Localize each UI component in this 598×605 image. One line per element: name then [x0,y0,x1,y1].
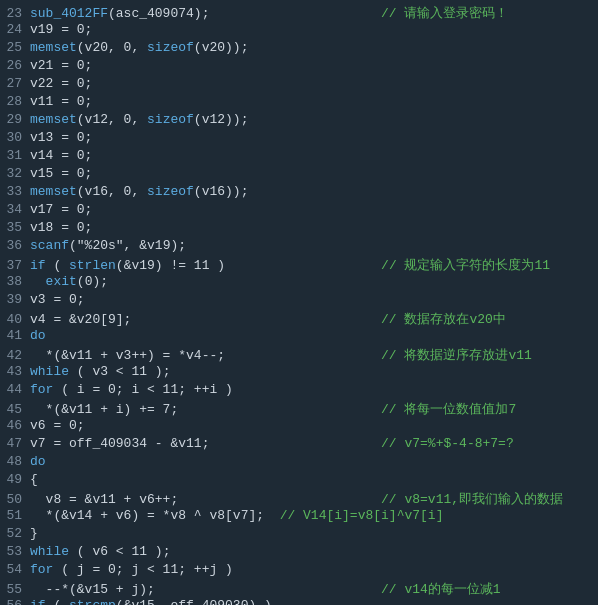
line-number: 45 [0,402,30,417]
line-content: *(&v14 + v6) = *v8 ^ v8[v7]; // V14[i]=v… [30,508,598,523]
line-number: 54 [0,562,30,577]
code-line: 53while ( v6 < 11 ); [0,544,598,562]
line-number: 49 [0,472,30,487]
code-line: 31v14 = 0; [0,148,598,166]
line-number: 39 [0,292,30,307]
line-number: 31 [0,148,30,163]
line-content: memset(v12, 0, sizeof(v12)); [30,112,598,127]
line-number: 29 [0,112,30,127]
line-content: while ( v6 < 11 ); [30,544,598,559]
line-number: 52 [0,526,30,541]
code-container: 23sub_4012FF(asc_409074); // 请输入登录密码！24v… [0,0,598,605]
code-line: 25memset(v20, 0, sizeof(v20)); [0,40,598,58]
code-line: 54for ( j = 0; j < 11; ++j ) [0,562,598,580]
code-line: 26v21 = 0; [0,58,598,76]
code-line: 50 v8 = &v11 + v6++; // v8=v11,即我们输入的数据 [0,490,598,508]
line-number: 41 [0,328,30,343]
line-content: v6 = 0; [30,418,598,433]
code-line: 33memset(v16, 0, sizeof(v16)); [0,184,598,202]
line-content: for ( i = 0; i < 11; ++i ) [30,382,598,397]
line-number: 36 [0,238,30,253]
line-content: do [30,328,598,343]
code-line: 42 *(&v11 + v3++) = *v4--; // 将数据逆序存放进v1… [0,346,598,364]
line-content: v4 = &v20[9]; // 数据存放在v20中 [30,310,598,328]
line-content: while ( v3 < 11 ); [30,364,598,379]
line-content: v8 = &v11 + v6++; // v8=v11,即我们输入的数据 [30,490,598,508]
line-number: 40 [0,312,30,327]
code-line: 38 exit(0); [0,274,598,292]
line-content: v18 = 0; [30,220,598,235]
line-content: for ( j = 0; j < 11; ++j ) [30,562,598,577]
line-number: 32 [0,166,30,181]
line-content: *(&v11 + i) += 7; // 将每一位数值值加7 [30,400,598,418]
code-line: 35v18 = 0; [0,220,598,238]
code-line: 40v4 = &v20[9]; // 数据存放在v20中 [0,310,598,328]
line-content: exit(0); [30,274,598,289]
line-content: do [30,454,598,469]
code-line: 56if ( strcmp(&v15, off_409030) ) [0,598,598,605]
code-line: 39v3 = 0; [0,292,598,310]
line-number: 25 [0,40,30,55]
code-line: 37if ( strlen(&v19) != 11 ) // 规定输入字符的长度… [0,256,598,274]
line-content: v13 = 0; [30,130,598,145]
code-line: 49{ [0,472,598,490]
code-line: 52} [0,526,598,544]
line-content: v17 = 0; [30,202,598,217]
line-number: 53 [0,544,30,559]
code-line: 44for ( i = 0; i < 11; ++i ) [0,382,598,400]
line-number: 55 [0,582,30,597]
code-line: 29memset(v12, 0, sizeof(v12)); [0,112,598,130]
line-content: { [30,472,598,487]
code-line: 32v15 = 0; [0,166,598,184]
code-line: 36scanf("%20s", &v19); [0,238,598,256]
line-number: 28 [0,94,30,109]
code-line: 27v22 = 0; [0,76,598,94]
line-content: --*(&v15 + j); // v14的每一位减1 [30,580,598,598]
line-content: v14 = 0; [30,148,598,163]
code-line: 34v17 = 0; [0,202,598,220]
code-line: 43while ( v3 < 11 ); [0,364,598,382]
line-number: 50 [0,492,30,507]
line-content: v22 = 0; [30,76,598,91]
line-number: 30 [0,130,30,145]
line-content: } [30,526,598,541]
line-number: 47 [0,436,30,451]
line-content: v3 = 0; [30,292,598,307]
line-number: 44 [0,382,30,397]
line-content: memset(v20, 0, sizeof(v20)); [30,40,598,55]
code-line: 24v19 = 0; [0,22,598,40]
line-content: if ( strlen(&v19) != 11 ) // 规定输入字符的长度为1… [30,256,598,274]
code-line: 48do [0,454,598,472]
line-number: 24 [0,22,30,37]
line-content: *(&v11 + v3++) = *v4--; // 将数据逆序存放进v11 [30,346,598,364]
line-content: memset(v16, 0, sizeof(v16)); [30,184,598,199]
line-content: v7 = off_409034 - &v11; // v7=%+$-4-8+7=… [30,436,598,451]
code-line: 30v13 = 0; [0,130,598,148]
code-line: 47v7 = off_409034 - &v11; // v7=%+$-4-8+… [0,436,598,454]
code-line: 28v11 = 0; [0,94,598,112]
line-number: 42 [0,348,30,363]
line-content: v21 = 0; [30,58,598,73]
code-line: 46v6 = 0; [0,418,598,436]
code-line: 41do [0,328,598,346]
line-content: if ( strcmp(&v15, off_409030) ) [30,598,598,605]
code-line: 23sub_4012FF(asc_409074); // 请输入登录密码！ [0,4,598,22]
line-content: sub_4012FF(asc_409074); // 请输入登录密码！ [30,4,598,22]
line-number: 33 [0,184,30,199]
line-number: 37 [0,258,30,273]
code-line: 45 *(&v11 + i) += 7; // 将每一位数值值加7 [0,400,598,418]
line-number: 43 [0,364,30,379]
line-number: 23 [0,6,30,21]
code-line: 51 *(&v14 + v6) = *v8 ^ v8[v7]; // V14[i… [0,508,598,526]
line-number: 35 [0,220,30,235]
code-line: 55 --*(&v15 + j); // v14的每一位减1 [0,580,598,598]
line-number: 27 [0,76,30,91]
line-number: 38 [0,274,30,289]
line-number: 46 [0,418,30,433]
line-content: scanf("%20s", &v19); [30,238,598,253]
line-number: 48 [0,454,30,469]
line-number: 26 [0,58,30,73]
line-number: 34 [0,202,30,217]
line-content: v15 = 0; [30,166,598,181]
line-content: v19 = 0; [30,22,598,37]
